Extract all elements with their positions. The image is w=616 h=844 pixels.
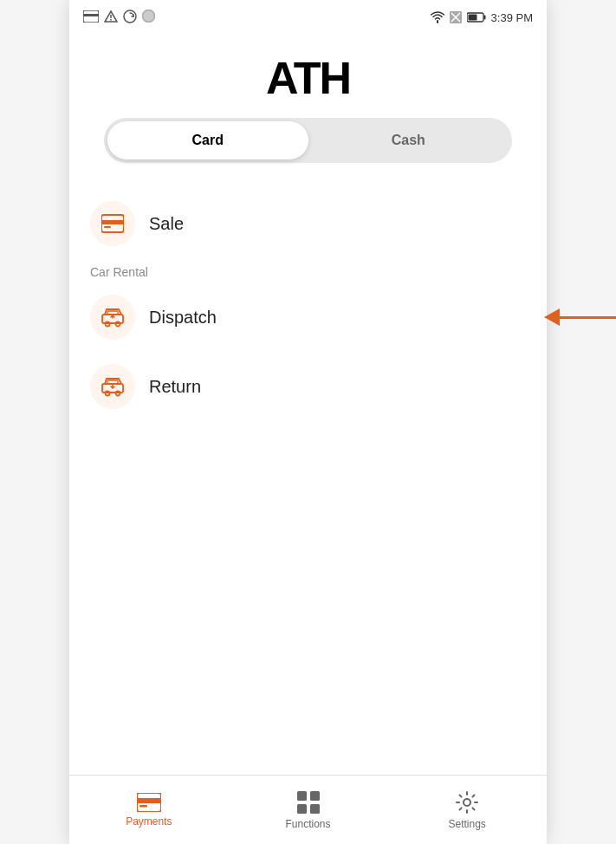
return-menu-item[interactable]: Return: [69, 352, 547, 421]
svg-rect-24: [137, 798, 161, 803]
svg-rect-18: [107, 311, 118, 315]
wifi-icon: [431, 11, 444, 23]
settings-nav-label: Settings: [449, 818, 486, 830]
svg-rect-14: [104, 226, 111, 228]
menu-section: Sale Car Rental Dispatch: [69, 180, 547, 775]
svg-rect-26: [297, 791, 307, 801]
dispatch-menu-item[interactable]: Dispatch: [69, 282, 547, 352]
svg-point-5: [143, 10, 155, 23]
return-label: Return: [149, 377, 201, 397]
svg-rect-28: [297, 804, 307, 814]
svg-rect-29: [310, 804, 320, 814]
svg-rect-22: [107, 380, 118, 384]
svg-rect-25: [139, 805, 147, 808]
payments-nav-label: Payments: [126, 815, 172, 828]
dispatch-label: Dispatch: [149, 308, 217, 328]
svg-rect-3: [110, 19, 112, 21]
return-icon-wrap: [90, 364, 135, 409]
svg-rect-2: [110, 15, 112, 18]
nav-settings[interactable]: Settings: [387, 776, 547, 844]
svg-point-21: [116, 392, 120, 396]
return-car-icon: [101, 374, 125, 399]
car-rental-section: Car Rental Dispatch: [69, 258, 547, 421]
card-status-icon: [83, 10, 99, 25]
svg-point-4: [124, 10, 136, 23]
signal-icon: [450, 11, 462, 23]
phone-frame: 3:39 PM ATH Card Cash Sale Car Rental: [69, 0, 547, 844]
svg-rect-10: [483, 16, 485, 20]
dispatch-icon-wrap: [90, 295, 135, 340]
circle-status-icon: [142, 10, 155, 25]
time-display: 3:39 PM: [491, 11, 533, 24]
sync-status-icon: [123, 10, 137, 26]
logo-area: ATH: [69, 35, 547, 118]
settings-nav-icon: [455, 790, 479, 815]
status-right: 3:39 PM: [431, 11, 533, 24]
arrow-line: [560, 316, 616, 319]
functions-nav-label: Functions: [285, 818, 330, 830]
arrow-head-left: [544, 308, 560, 326]
payment-mode-toggle[interactable]: Card Cash: [104, 118, 512, 163]
svg-point-20: [106, 392, 110, 396]
nav-payments[interactable]: Payments: [69, 776, 229, 844]
cash-toggle-button[interactable]: Cash: [308, 121, 509, 159]
bottom-nav: Payments Functions Settings: [69, 775, 547, 844]
warning-status-icon: [104, 10, 118, 25]
functions-nav-icon: [296, 790, 321, 815]
svg-rect-27: [310, 791, 320, 801]
battery-icon: [467, 12, 486, 23]
app-logo: ATH: [266, 52, 350, 104]
sale-menu-item[interactable]: Sale: [69, 189, 547, 258]
svg-point-30: [464, 799, 470, 806]
status-bar: 3:39 PM: [69, 0, 547, 35]
svg-rect-1: [83, 14, 99, 16]
dispatch-arrow-annotation: [544, 308, 616, 326]
nav-functions[interactable]: Functions: [229, 776, 388, 844]
svg-rect-13: [101, 220, 124, 224]
status-icons-left: [83, 10, 155, 26]
card-toggle-button[interactable]: Card: [107, 121, 308, 159]
dispatch-car-icon: [101, 305, 125, 329]
sale-card-icon: [101, 212, 124, 235]
svg-point-17: [116, 322, 120, 327]
sale-label: Sale: [149, 214, 184, 234]
svg-rect-11: [468, 15, 477, 21]
svg-point-16: [106, 322, 110, 327]
car-rental-section-label: Car Rental: [69, 258, 547, 282]
payments-nav-icon: [137, 793, 161, 812]
sale-icon-wrap: [90, 201, 135, 246]
